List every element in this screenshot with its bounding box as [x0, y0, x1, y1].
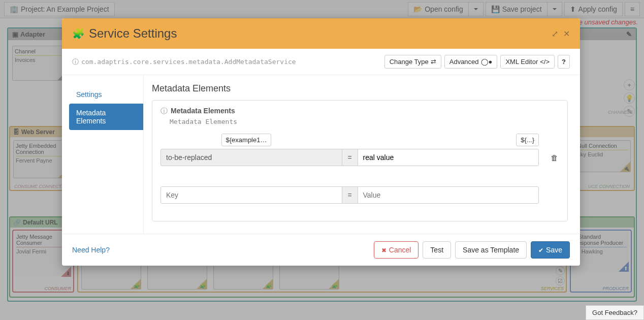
new-value-input[interactable]: [358, 186, 539, 204]
tab-settings[interactable]: Settings: [69, 85, 143, 104]
building-icon: 🏢: [10, 5, 18, 13]
modal-header: 🧩 Service Settings ⤢ ✕: [62, 18, 580, 49]
modal-subheader: com.adaptris.core.services.metadata.AddM…: [62, 49, 580, 75]
open-config-button[interactable]: 📂Open config: [408, 2, 469, 16]
change-type-button[interactable]: Change Type ⇄: [384, 55, 441, 69]
bulb-icon[interactable]: 💡: [624, 92, 635, 104]
service-settings-modal: 🧩 Service Settings ⤢ ✕ com.adaptris.core…: [62, 18, 580, 266]
tab-metadata-elements[interactable]: Metadata Elements: [69, 104, 143, 130]
open-config-dropdown[interactable]: [468, 2, 484, 16]
check-icon[interactable]: ☑: [556, 276, 565, 285]
advanced-toggle[interactable]: Advanced ◯●: [444, 55, 498, 69]
equals-label: =: [342, 149, 358, 166]
add-icon[interactable]: +: [624, 79, 635, 90]
new-key-input[interactable]: [160, 186, 342, 204]
xml-editor-button[interactable]: XML Editor </>: [500, 55, 555, 69]
consume-connection-card[interactable]: Jetty Embedded Connection Fervent Payne …: [13, 140, 69, 178]
caret-down-icon: [474, 8, 478, 10]
upload-icon: ⬆: [570, 5, 576, 13]
save-button[interactable]: Save: [531, 241, 570, 259]
puzzle-icon: 🧩: [134, 283, 140, 289]
channels-label: CHANNELS: [608, 110, 633, 115]
metadata-value-input[interactable]: [358, 149, 539, 166]
channel-card[interactable]: Channel Invoices: [12, 46, 68, 81]
toggle-off-icon: ◯●: [481, 58, 493, 66]
placeholder-var-tag[interactable]: ${...}: [516, 134, 539, 146]
puzzle-icon: 🧩: [72, 27, 85, 40]
need-help-link[interactable]: Need Help?: [72, 246, 370, 254]
modal-footer: Need Help? Cancel Test Save as Template …: [62, 234, 580, 266]
panel-title: Metadata Elements: [160, 107, 559, 116]
equals-label: =: [342, 186, 358, 204]
edit-icon[interactable]: ✎: [556, 266, 565, 275]
delete-row-icon[interactable]: 🗑: [549, 153, 559, 162]
floppy-icon: 💾: [491, 5, 500, 13]
save-project-button[interactable]: 💾Save project: [486, 2, 548, 16]
puzzle-icon: 🧩: [200, 283, 206, 289]
upload-icon: ⬆: [624, 266, 628, 271]
cancel-button[interactable]: Cancel: [374, 241, 419, 259]
example-var-tag[interactable]: ${example1…: [221, 134, 272, 146]
metadata-key-input[interactable]: [160, 149, 342, 166]
link-icon: 🔗: [13, 219, 21, 226]
help-button[interactable]: ?: [558, 55, 570, 69]
apply-config-button[interactable]: ⬆Apply config: [564, 2, 623, 16]
menu-button[interactable]: ≡: [625, 2, 640, 16]
edit-icon[interactable]: ✎: [626, 30, 632, 38]
producer-card[interactable]: y Standard Response Producer nk Hawking …: [572, 232, 629, 272]
puzzle-icon: 🧩: [266, 283, 272, 289]
save-project-dropdown[interactable]: [547, 2, 562, 16]
metadata-elements-panel: Metadata Elements Metadata Elements ${ex…: [152, 100, 568, 221]
main-toolbar: 🏢 Project: An Example Project 📂Open conf…: [0, 0, 644, 18]
plug-icon: 🔌: [623, 166, 629, 171]
produce-connection-card[interactable]: Null Connection nky Euclid 🔌: [575, 140, 631, 172]
exchange-icon: ⇄: [431, 58, 436, 66]
metadata-new-row: =: [160, 186, 559, 204]
folder-open-icon: 📂: [413, 5, 422, 13]
panel-description: Metadata Elements: [170, 118, 559, 125]
close-icon[interactable]: ✕: [563, 29, 570, 39]
caret-down-icon: [553, 8, 557, 10]
metadata-row: = 🗑: [160, 149, 559, 166]
expand-icon[interactable]: ⤢: [552, 29, 558, 39]
server-icon: 🗄: [13, 129, 19, 136]
test-button[interactable]: Test: [423, 241, 451, 259]
project-title-button[interactable]: 🏢 Project: An Example Project: [4, 2, 115, 16]
plus-square-icon: ▣: [12, 30, 18, 38]
modal-side-tabs: Settings Metadata Elements: [62, 75, 143, 234]
feedback-tab[interactable]: Got Feedback?: [586, 305, 644, 320]
code-icon: </>: [540, 58, 550, 66]
content-title: Metadata Elements: [152, 83, 568, 94]
puzzle-icon: 🧩: [332, 283, 338, 289]
service-classname: com.adaptris.core.services.metadata.AddM…: [72, 57, 384, 67]
modal-title: Service Settings: [89, 26, 552, 41]
download-icon: ⬇: [66, 271, 70, 276]
save-as-template-button[interactable]: Save as Template: [455, 241, 527, 259]
hamburger-icon: ≡: [630, 5, 634, 13]
